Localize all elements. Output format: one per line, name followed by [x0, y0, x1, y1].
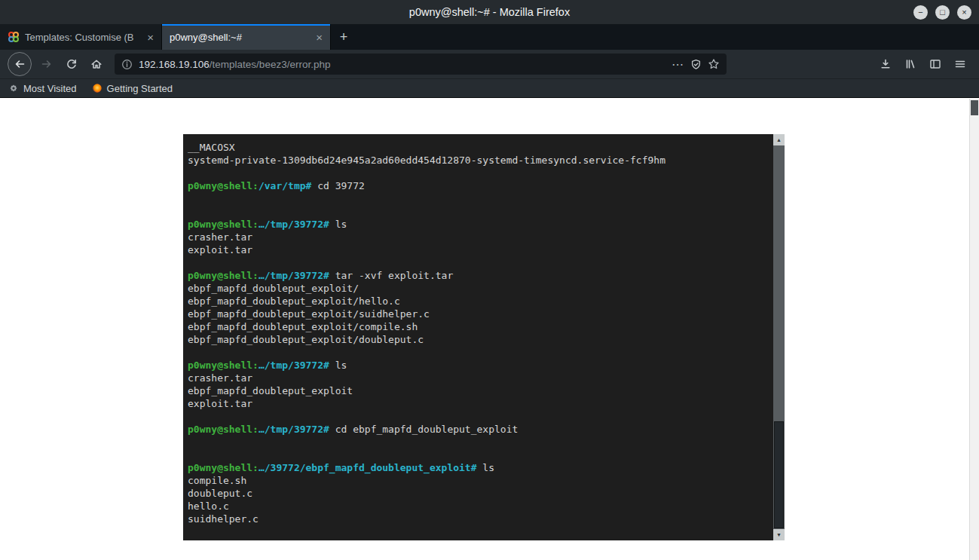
page-scrollbar-thumb[interactable]	[971, 100, 978, 115]
terminal-line	[188, 436, 769, 448]
forward-arrow-icon	[41, 58, 53, 70]
bookmark-most-visited[interactable]: Most Visited	[7, 83, 78, 94]
bookmarks-toolbar: Most Visited Getting Started	[0, 78, 979, 98]
minimize-icon: −	[918, 8, 922, 17]
p0wny-shell-terminal: __MACOSXsystemd-private-1309db6d24e945a2…	[183, 134, 785, 540]
page-content: __MACOSXsystemd-private-1309db6d24e945a2…	[0, 98, 979, 559]
terminal-line	[188, 346, 769, 359]
terminal-line: exploit.tar	[188, 397, 769, 410]
menu-button[interactable]	[949, 53, 971, 75]
bookmark-label: Getting Started	[107, 83, 173, 94]
minimize-button[interactable]: −	[913, 5, 928, 20]
terminal-line: doubleput.c	[188, 487, 769, 500]
terminal-line: suidhelper.c	[188, 513, 769, 525]
terminal-line: hello.c	[188, 500, 769, 513]
terminal-line: p0wny@shell:…/tmp/39772# cd ebpf_mapfd_d…	[188, 423, 769, 436]
terminal-scrollbar[interactable]: ▲ ▼	[773, 134, 785, 540]
hamburger-icon	[954, 58, 966, 70]
terminal-line: compile.sh	[188, 474, 769, 487]
terminal-line: ebpf_mapfd_doubleput_exploit/doubleput.c	[188, 333, 769, 346]
terminal-line	[188, 410, 769, 423]
page-actions-icon[interactable]: ⋯	[672, 57, 684, 72]
terminal-line: ebpf_mapfd_doubleput_exploit/hello.c	[188, 295, 769, 308]
back-button[interactable]	[8, 52, 32, 76]
window-title: p0wny@shell:~# - Mozilla Firefox	[0, 6, 979, 18]
terminal-line	[188, 167, 769, 179]
back-arrow-icon	[14, 58, 26, 70]
terminal-line: ebpf_mapfd_doubleput_exploit/compile.sh	[188, 320, 769, 333]
most-visited-gear-icon	[8, 83, 19, 93]
sidebar-toggle-button[interactable]	[924, 53, 947, 75]
url-path: /templates/beez3/error.php	[210, 59, 331, 70]
window-controls: − □ ×	[913, 0, 971, 24]
terminal-line: p0wny@shell:…/tmp/39772# ls	[188, 218, 769, 231]
sidebar-icon	[929, 58, 941, 70]
tab-bar: Templates: Customise (B × p0wny@shell:~#…	[0, 24, 979, 50]
close-button[interactable]: ×	[957, 5, 971, 20]
terminal-line: crasher.tar	[188, 231, 769, 243]
shield-icon[interactable]	[690, 59, 702, 70]
terminal-line	[188, 448, 769, 461]
url-text: 192.168.19.106/templates/beez3/error.php	[139, 59, 665, 70]
terminal-scrollbar-thumb[interactable]	[774, 421, 784, 528]
url-bar[interactable]: 192.168.19.106/templates/beez3/error.php…	[115, 54, 727, 75]
page-scrollbar[interactable]	[969, 99, 979, 560]
terminal-line	[188, 192, 769, 205]
maximize-icon: □	[940, 8, 945, 17]
terminal-line: exploit.tar	[188, 243, 769, 256]
terminal-output[interactable]: __MACOSXsystemd-private-1309db6d24e945a2…	[183, 134, 773, 540]
terminal-line: crasher.tar	[188, 372, 769, 384]
terminal-line: systemd-private-1309db6d24e945a2ad60edd4…	[188, 154, 769, 167]
home-icon	[90, 58, 102, 70]
terminal-line: p0wny@shell:/var/tmp# cd 39772	[188, 179, 769, 192]
close-icon: ×	[962, 8, 966, 17]
new-tab-button[interactable]: +	[331, 24, 356, 50]
forward-button[interactable]	[35, 53, 58, 75]
maximize-button[interactable]: □	[935, 5, 950, 20]
tab-label: Templates: Customise (B	[25, 32, 140, 43]
navigation-toolbar: 192.168.19.106/templates/beez3/error.php…	[0, 50, 979, 78]
tab-close-icon[interactable]: ×	[145, 32, 155, 43]
library-icon	[904, 58, 916, 70]
download-icon	[880, 58, 892, 70]
bookmark-label: Most Visited	[23, 83, 77, 94]
terminal-line: p0wny@shell:…/tmp/39772# ls	[188, 359, 769, 372]
terminal-line: p0wny@shell:…/tmp/39772# tar -xvf exploi…	[188, 269, 769, 282]
reload-icon	[66, 58, 78, 70]
terminal-line: ebpf_mapfd_doubleput_exploit/	[188, 282, 769, 295]
terminal-line: __MACOSX	[188, 141, 769, 154]
terminal-line	[188, 205, 769, 218]
bookmark-star-icon[interactable]	[708, 58, 720, 70]
home-button[interactable]	[85, 53, 108, 75]
scroll-down-icon[interactable]: ▼	[773, 529, 785, 540]
terminal-line	[188, 256, 769, 269]
tab-close-icon[interactable]: ×	[314, 32, 324, 43]
titlebar[interactable]: p0wny@shell:~# - Mozilla Firefox − □ ×	[0, 0, 979, 24]
terminal-line: ebpf_mapfd_doubleput_exploit/suidhelper.…	[188, 308, 769, 320]
terminal-line: ebpf_mapfd_doubleput_exploit	[188, 384, 769, 397]
reload-button[interactable]	[60, 53, 83, 75]
library-button[interactable]	[899, 53, 922, 75]
url-domain: 192.168.19.106	[139, 59, 210, 70]
site-info-icon[interactable]	[121, 59, 133, 70]
tab-templates-customise[interactable]: Templates: Customise (B ×	[0, 24, 162, 50]
terminal-line: p0wny@shell:…/39772/ebpf_mapfd_doubleput…	[188, 461, 769, 474]
downloads-button[interactable]	[874, 53, 897, 75]
scroll-up-icon[interactable]: ▲	[773, 134, 785, 145]
tab-label: p0wny@shell:~#	[170, 32, 309, 43]
tab-p0wny-shell[interactable]: p0wny@shell:~# ×	[162, 24, 331, 50]
firefox-icon	[92, 83, 102, 93]
bookmark-getting-started[interactable]: Getting Started	[90, 83, 174, 94]
joomla-favicon	[8, 31, 20, 43]
